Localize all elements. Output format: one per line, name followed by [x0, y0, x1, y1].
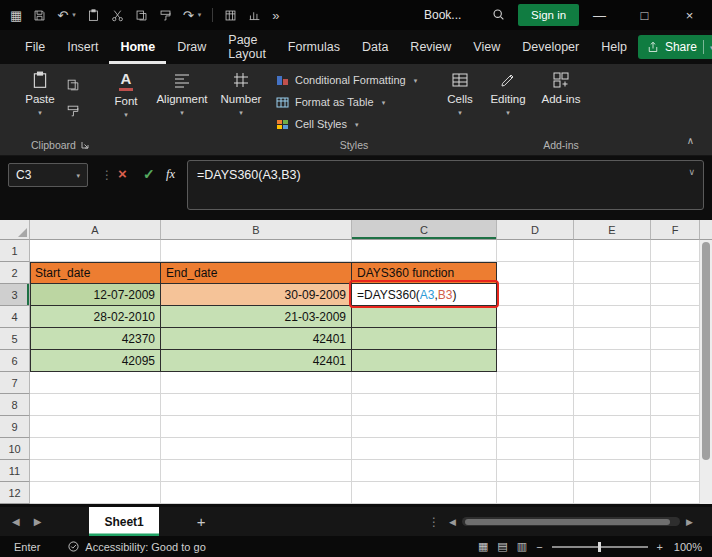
sheet-nav-left-icon[interactable]: ◀ — [12, 516, 20, 527]
share-button[interactable]: Share ▾ — [638, 35, 712, 59]
add-ins-button[interactable]: Add-ins — [538, 71, 584, 105]
accessibility-status[interactable]: Accessibility: Good to go — [85, 541, 205, 553]
redo-icon[interactable]: ↷ — [183, 9, 194, 22]
cell-A12[interactable] — [30, 482, 161, 504]
page-break-view-icon[interactable]: ▥ — [517, 540, 527, 553]
cell-E4[interactable] — [574, 306, 651, 328]
cell-A4[interactable]: 28-02-2010 — [30, 306, 161, 328]
cell-C7[interactable] — [352, 372, 497, 394]
row-header-8[interactable]: 8 — [0, 394, 30, 416]
cells-menu-button[interactable]: Cells ▾ — [440, 71, 480, 116]
copy-icon[interactable] — [66, 78, 80, 92]
vertical-scrollbar-thumb[interactable] — [702, 242, 710, 460]
alignment-menu-button[interactable]: Alignment ▾ — [154, 71, 210, 116]
tab-review[interactable]: Review — [399, 30, 462, 64]
cell-E6[interactable] — [574, 350, 651, 372]
enter-entry-button[interactable]: ✓ — [143, 166, 155, 182]
sheet-tab-sheet1[interactable]: Sheet1 — [89, 507, 158, 536]
cell-B10[interactable] — [161, 438, 352, 460]
cell-E1[interactable] — [574, 240, 651, 262]
expand-formula-bar-chevron[interactable]: ∨ — [688, 167, 695, 177]
maximize-button[interactable]: □ — [622, 0, 667, 30]
cell-D10[interactable] — [497, 438, 574, 460]
cell-E7[interactable] — [574, 372, 651, 394]
name-box-caret[interactable]: ▾ — [76, 172, 80, 179]
cell-B4[interactable]: 21-03-2009 — [161, 306, 352, 328]
tab-data[interactable]: Data — [351, 30, 399, 64]
tab-developer[interactable]: Developer — [511, 30, 590, 64]
zoom-slider-thumb[interactable] — [598, 542, 601, 552]
cell-C11[interactable] — [352, 460, 497, 482]
cell-styles-button[interactable]: Cell Styles ▾ — [276, 115, 432, 133]
cell-E10[interactable] — [574, 438, 651, 460]
cell-E11[interactable] — [574, 460, 651, 482]
cell-C10[interactable] — [352, 438, 497, 460]
cell-A11[interactable] — [30, 460, 161, 482]
cell-C5[interactable] — [352, 328, 497, 350]
row-header-3[interactable]: 3 — [0, 284, 30, 306]
cell-D7[interactable] — [497, 372, 574, 394]
cell-F10[interactable] — [651, 438, 700, 460]
cell-F3[interactable] — [651, 284, 700, 306]
zoom-out-icon[interactable]: − — [536, 541, 542, 553]
cell-B6[interactable]: 42401 — [161, 350, 352, 372]
cell-E5[interactable] — [574, 328, 651, 350]
cell-C2[interactable]: DAYS360 function — [352, 262, 497, 284]
cell-F4[interactable] — [651, 306, 700, 328]
cell-C12[interactable] — [352, 482, 497, 504]
save-icon[interactable] — [33, 9, 46, 22]
cell-A6[interactable]: 42095 — [30, 350, 161, 372]
column-header-C[interactable]: C — [352, 220, 497, 240]
hscroll-right-arrow[interactable]: ▶ — [686, 517, 693, 527]
search-icon[interactable] — [492, 8, 505, 21]
cell-A7[interactable] — [30, 372, 161, 394]
close-button[interactable]: × — [667, 0, 712, 30]
row-header-7[interactable]: 7 — [0, 372, 30, 394]
cell-B5[interactable]: 42401 — [161, 328, 352, 350]
conditional-formatting-button[interactable]: Conditional Formatting ▾ — [276, 71, 432, 89]
cell-D5[interactable] — [497, 328, 574, 350]
page-layout-view-icon[interactable]: ▤ — [497, 540, 507, 553]
format-as-table-button[interactable]: Format as Table ▾ — [276, 93, 432, 111]
cell-C1[interactable] — [352, 240, 497, 262]
accessibility-icon[interactable] — [68, 541, 79, 552]
cell-B7[interactable] — [161, 372, 352, 394]
cell-F5[interactable] — [651, 328, 700, 350]
cell-A2[interactable]: Start_date — [30, 262, 161, 284]
cell-F2[interactable] — [651, 262, 700, 284]
cell-A1[interactable] — [30, 240, 161, 262]
clipboard-dialog-launcher[interactable] — [81, 139, 89, 151]
row-header-10[interactable]: 10 — [0, 438, 30, 460]
cell-A8[interactable] — [30, 394, 161, 416]
normal-view-icon[interactable]: ▦ — [478, 540, 488, 553]
column-header-B[interactable]: B — [161, 220, 352, 240]
cell-F6[interactable] — [651, 350, 700, 372]
row-header-11[interactable]: 11 — [0, 460, 30, 482]
cell-A5[interactable]: 42370 — [30, 328, 161, 350]
cell-F1[interactable] — [651, 240, 700, 262]
column-header-F[interactable]: F — [651, 220, 700, 240]
vertical-scrollbar[interactable] — [700, 240, 712, 504]
cell-B1[interactable] — [161, 240, 352, 262]
cancel-entry-button[interactable]: × — [118, 165, 127, 182]
cell-B12[interactable] — [161, 482, 352, 504]
zoom-level[interactable]: 100% — [672, 541, 702, 553]
cell-C8[interactable] — [352, 394, 497, 416]
row-header-12[interactable]: 12 — [0, 482, 30, 504]
cell-E9[interactable] — [574, 416, 651, 438]
cell-B9[interactable] — [161, 416, 352, 438]
name-box[interactable]: C3 ▾ — [8, 163, 88, 187]
cell-B3[interactable]: 30-09-2009 — [161, 284, 352, 306]
cell-D6[interactable] — [497, 350, 574, 372]
column-header-A[interactable]: A — [30, 220, 161, 240]
chart-icon[interactable] — [248, 9, 261, 22]
hscroll-left-arrow[interactable]: ◀ — [449, 517, 456, 527]
cell-D2[interactable] — [497, 262, 574, 284]
horizontal-scrollbar-thumb[interactable] — [465, 519, 670, 525]
row-header-9[interactable]: 9 — [0, 416, 30, 438]
cell-E12[interactable] — [574, 482, 651, 504]
cell-E8[interactable] — [574, 394, 651, 416]
row-header-1[interactable]: 1 — [0, 240, 30, 262]
insert-function-button[interactable]: fx — [166, 167, 175, 182]
undo-dropdown-caret[interactable]: ▾ — [72, 11, 76, 19]
